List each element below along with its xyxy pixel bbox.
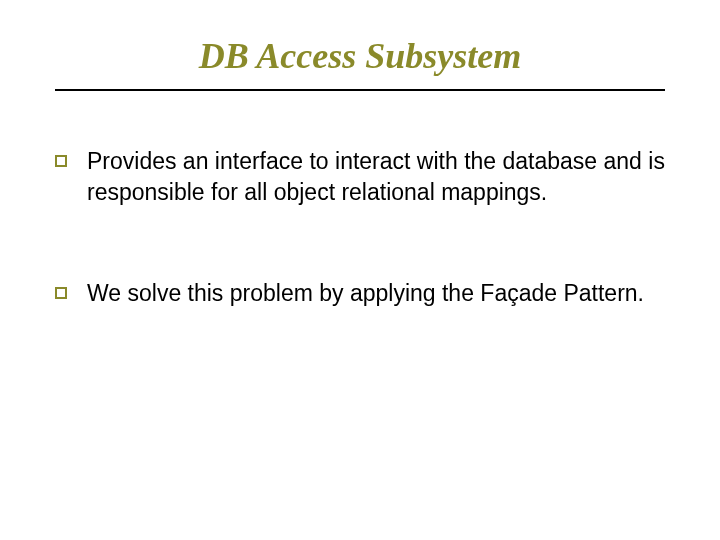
square-bullet-icon xyxy=(55,155,67,167)
list-item: We solve this problem by applying the Fa… xyxy=(55,278,665,309)
bullet-text: Provides an interface to interact with t… xyxy=(87,148,665,205)
list-item: Provides an interface to interact with t… xyxy=(55,146,665,208)
bullet-text: We solve this problem by applying the Fa… xyxy=(87,280,644,306)
slide: DB Access Subsystem Provides an interfac… xyxy=(0,0,720,540)
slide-title: DB Access Subsystem xyxy=(55,35,665,91)
bullet-list: Provides an interface to interact with t… xyxy=(55,146,665,309)
square-bullet-icon xyxy=(55,287,67,299)
